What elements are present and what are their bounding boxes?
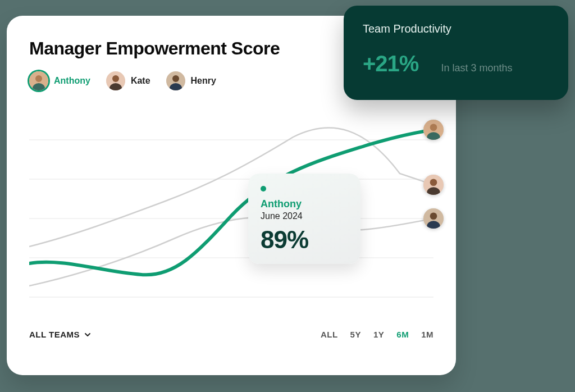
chart-area: Anthony June 2024 89% — [29, 106, 433, 320]
person-kate[interactable]: Kate — [106, 71, 150, 90]
end-avatar-anthony-icon — [423, 120, 444, 140]
svg-point-18 — [430, 179, 437, 186]
chart-svg — [29, 106, 433, 320]
person-label: Henry — [191, 76, 216, 86]
person-anthony[interactable]: Anthony — [29, 71, 90, 90]
productivity-overlay: Team Productivity +21% In last 3 months — [344, 6, 568, 100]
teams-dropdown[interactable]: ALL TEAMS — [29, 330, 91, 339]
tooltip-dot-icon — [261, 186, 266, 192]
series-anthony — [29, 130, 433, 275]
chart-tooltip: Anthony June 2024 89% — [248, 174, 360, 264]
tooltip-value: 89% — [261, 226, 348, 254]
overlay-value: +21% — [363, 51, 418, 76]
series-henry — [29, 217, 433, 286]
svg-point-4 — [112, 75, 119, 82]
range-5y[interactable]: 5Y — [350, 330, 361, 339]
avatar-henry-icon — [166, 71, 185, 90]
tooltip-date: June 2024 — [261, 211, 348, 221]
overlay-period: In last 3 months — [441, 62, 512, 74]
svg-point-15 — [430, 124, 437, 131]
svg-point-1 — [35, 75, 42, 82]
teams-label: ALL TEAMS — [29, 330, 80, 339]
range-1y[interactable]: 1Y — [373, 330, 384, 339]
card-footer: ALL TEAMS ALL 5Y 1Y 6M 1M — [29, 330, 433, 339]
end-avatar-henry-icon — [423, 208, 444, 229]
range-all[interactable]: ALL — [321, 330, 338, 339]
person-henry[interactable]: Henry — [166, 71, 216, 90]
overlay-title: Team Productivity — [363, 22, 549, 35]
range-1m[interactable]: 1M — [421, 330, 433, 339]
person-label: Anthony — [54, 76, 90, 86]
avatar-kate-icon — [106, 71, 125, 90]
chevron-down-icon — [84, 331, 91, 338]
avatar-anthony-icon — [29, 71, 48, 90]
person-label: Kate — [131, 76, 150, 86]
range-6m[interactable]: 6M — [396, 330, 409, 339]
end-avatar-kate-icon — [423, 175, 444, 195]
svg-point-21 — [430, 212, 437, 220]
range-selector: ALL 5Y 1Y 6M 1M — [321, 330, 433, 339]
tooltip-name: Anthony — [261, 198, 348, 210]
svg-point-7 — [172, 75, 179, 82]
